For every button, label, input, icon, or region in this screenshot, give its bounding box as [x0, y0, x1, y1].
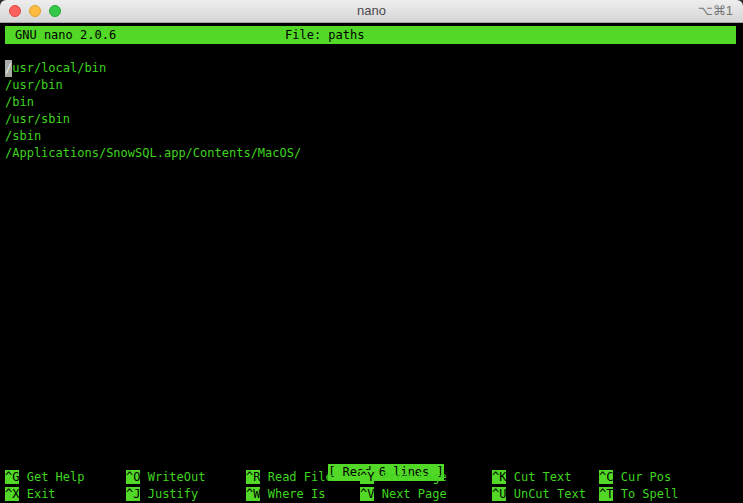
- shortcut-read-file: ^R Read File: [246, 469, 333, 486]
- shortcut-label: To Spell: [613, 487, 678, 501]
- window-title: nano: [0, 0, 743, 22]
- shortcut-key: ^J: [126, 487, 140, 501]
- shortcut-key: ^K: [492, 470, 506, 484]
- shortcut-key: ^G: [5, 470, 19, 484]
- title-bar[interactable]: nano ⌥⌘1: [0, 0, 743, 23]
- shortcut-cur-pos: ^C Cur Pos: [599, 469, 671, 486]
- shortcut-label: UnCut Text: [506, 487, 585, 501]
- shortcut-justify: ^J Justify: [126, 486, 198, 503]
- terminal-window: nano ⌥⌘1 GNU nano 2.0.6 File: paths /usr…: [0, 0, 743, 503]
- shortcut-exit: ^X Exit: [5, 486, 56, 503]
- shortcut-key: ^X: [5, 487, 19, 501]
- editor-line: /usr/sbin: [5, 111, 70, 128]
- shortcut-label: Exit: [19, 487, 55, 501]
- editor-line: /usr/local/bin: [5, 60, 106, 77]
- shortcut-label: WriteOut: [140, 470, 205, 484]
- shortcut-cut-text: ^K Cut Text: [492, 469, 571, 486]
- shortcut-label: Cut Text: [506, 470, 571, 484]
- nano-file-label: File: paths: [285, 26, 364, 44]
- shortcut-key: ^U: [492, 487, 506, 501]
- shortcut-label: Where Is: [260, 487, 325, 501]
- shortcut-uncut-text: ^U UnCut Text: [492, 486, 586, 503]
- shortcut-writeout: ^O WriteOut: [126, 469, 205, 486]
- shortcut-next-page: ^V Next Page: [360, 486, 447, 503]
- shortcut-label: Get Help: [19, 470, 84, 484]
- shortcut-label: Justify: [140, 487, 198, 501]
- shortcut-key: ^Y: [360, 470, 374, 484]
- editor-line: /Applications/SnowSQL.app/Contents/MacOS…: [5, 145, 301, 162]
- keyboard-shortcut-indicator: ⌥⌘1: [698, 0, 733, 22]
- shortcut-label: Prev Page: [374, 470, 446, 484]
- shortcut-label: Next Page: [374, 487, 446, 501]
- shortcut-label: Cur Pos: [613, 470, 671, 484]
- shortcut-key: ^W: [246, 487, 260, 501]
- editor-line: /usr/bin: [5, 77, 63, 94]
- shortcut-key: ^C: [599, 470, 613, 484]
- shortcut-key: ^V: [360, 487, 374, 501]
- shortcut-to-spell: ^T To Spell: [599, 486, 678, 503]
- shortcut-label: Read File: [260, 470, 332, 484]
- editor-line: /sbin: [5, 128, 41, 145]
- nano-version-label: GNU nano 2.0.6: [15, 26, 116, 44]
- shortcut-key: ^O: [126, 470, 140, 484]
- shortcut-prev-page: ^Y Prev Page: [360, 469, 447, 486]
- text-cursor: /: [5, 60, 12, 77]
- terminal-content[interactable]: [0, 23, 743, 503]
- editor-line: /bin: [5, 94, 34, 111]
- shortcut-get-help: ^G Get Help: [5, 469, 84, 486]
- shortcut-key: ^R: [246, 470, 260, 484]
- shortcut-key: ^T: [599, 487, 613, 501]
- status-line: [ Read 6 lines ]: [0, 447, 743, 464]
- shortcut-where-is: ^W Where Is: [246, 486, 325, 503]
